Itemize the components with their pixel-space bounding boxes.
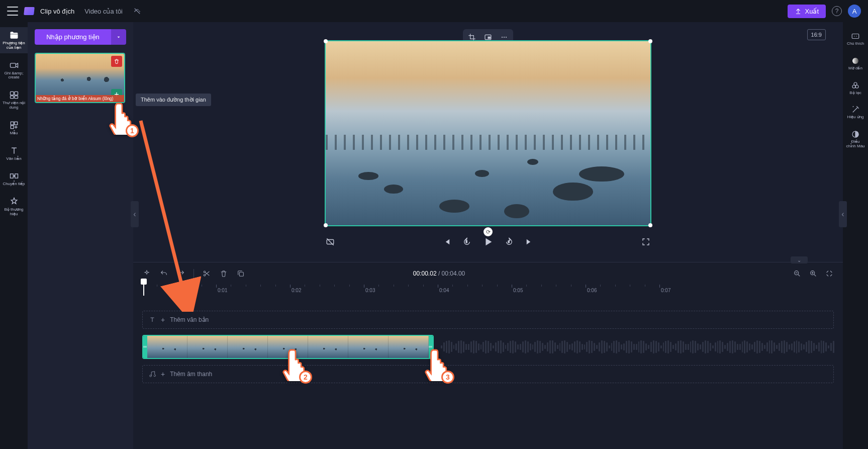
svg-rect-5: [11, 122, 14, 125]
play-button[interactable]: [481, 235, 495, 248]
fit-button[interactable]: [825, 269, 834, 278]
rnav-label: Hiệu ứng: [847, 115, 863, 120]
zoom-in-icon: [809, 270, 817, 278]
skip-start-button[interactable]: [441, 236, 452, 247]
skip-start-icon: [442, 237, 451, 246]
skip-end-button[interactable]: [524, 236, 535, 247]
clip-left-handle[interactable]: ||: [143, 336, 147, 358]
expand-right-panel-button[interactable]: ‹: [839, 201, 847, 227]
nav-record-create[interactable]: Ghi &amp; create: [0, 57, 28, 83]
svg-rect-23: [852, 34, 859, 39]
zoom-out-button[interactable]: [793, 269, 802, 278]
timecode: 00:00.02 / 00:04.00: [413, 270, 465, 277]
svg-rect-0: [10, 63, 16, 67]
add-text-label: Thêm văn bản: [170, 316, 209, 323]
collapse-panel-button[interactable]: ‹: [131, 201, 139, 227]
trash-icon: [220, 270, 228, 278]
nav-label: Chuyển tiếp: [3, 182, 25, 187]
selection-handle[interactable]: [648, 39, 652, 43]
nav-your-media[interactable]: Phương tiện của bạn: [0, 27, 28, 53]
nav-brand-kit[interactable]: Bộ thương hiệu: [0, 194, 28, 220]
clip-right-handle[interactable]: ||: [429, 336, 433, 358]
rnav-adjust-color[interactable]: Điều chỉnh Màu: [843, 127, 868, 151]
forward-icon: 5: [505, 237, 514, 246]
export-button[interactable]: Xuất: [788, 5, 826, 18]
selection-handle[interactable]: [648, 223, 652, 227]
video-track: || ||: [142, 335, 834, 359]
rnav-label: Điều chỉnh Màu: [846, 140, 864, 149]
export-label: Xuất: [805, 8, 819, 15]
auto-button[interactable]: [142, 269, 151, 278]
rnav-effects[interactable]: Hiệu ứng: [843, 103, 868, 122]
back-5-button[interactable]: 5: [461, 236, 472, 247]
timeline-toolbar: 00:00.02 / 00:04.00: [133, 262, 843, 285]
playhead[interactable]: [143, 285, 144, 296]
split-button[interactable]: [202, 269, 211, 278]
delete-clip-button[interactable]: [219, 269, 228, 278]
fullscreen-button[interactable]: [640, 236, 651, 247]
forward-5-button[interactable]: 5: [504, 236, 515, 247]
svg-rect-2: [14, 92, 18, 96]
nav-templates[interactable]: Mẫu: [0, 117, 28, 139]
waveform-placeholder: [441, 335, 834, 359]
thumbnail-caption: Những tảng đá ở bờ biển Aksum (lõng): [36, 95, 124, 102]
video-clip[interactable]: || ||: [142, 335, 434, 359]
help-button[interactable]: ?: [832, 6, 842, 16]
rnav-label: Mờ dần: [848, 66, 862, 71]
preview-canvas[interactable]: ⟳: [325, 40, 651, 226]
zoom-out-icon: [793, 270, 801, 278]
preview-content: [326, 119, 650, 225]
import-media-button[interactable]: Nhập phương tiện: [35, 29, 111, 45]
top-bar: Clip vô địch Video của tôi Xuất ? A: [0, 0, 868, 22]
rnav-fade[interactable]: Mờ dần: [843, 54, 868, 73]
audio-track[interactable]: + Thêm âm thanh: [142, 365, 834, 383]
rnav-filters[interactable]: Bộ lọc: [843, 78, 868, 98]
text-track[interactable]: + Thêm văn bản: [142, 311, 834, 329]
svg-rect-6: [14, 122, 17, 125]
templates-icon: [9, 120, 19, 130]
svg-rect-11: [488, 37, 491, 38]
zoom-in-button[interactable]: [809, 269, 818, 278]
redo-button[interactable]: [176, 269, 185, 278]
rnav-captions[interactable]: Chú thích: [843, 29, 868, 49]
nav-label: Phương tiện của bạn: [0, 41, 28, 50]
nav-text[interactable]: Văn bản: [0, 143, 28, 164]
avatar[interactable]: A: [848, 5, 861, 18]
cloud-off-icon: [133, 8, 142, 15]
import-dropdown-button[interactable]: [111, 29, 126, 45]
rnav-label: Chú thích: [847, 42, 864, 46]
aspect-ratio-button[interactable]: 16:9: [807, 29, 826, 40]
add-audio-label: Thêm âm thanh: [170, 371, 212, 378]
collapse-timeline-button[interactable]: ⌄: [791, 256, 808, 263]
duplicate-button[interactable]: [236, 269, 245, 278]
menu-button[interactable]: [7, 7, 18, 16]
fit-icon: [825, 270, 833, 278]
redo-icon: [177, 270, 185, 278]
timeline-ruler[interactable]: 0:010:020:030:040:050:060:07: [142, 285, 834, 296]
svg-point-12: [502, 37, 503, 38]
music-icon: [149, 371, 156, 378]
my-video-tab[interactable]: Video của tôi: [80, 6, 127, 17]
transitions-icon: [9, 171, 19, 181]
fullscreen-icon: [641, 237, 650, 246]
nav-label: Bộ thương hiệu: [0, 208, 28, 217]
selection-handle[interactable]: [324, 39, 328, 43]
nav-content-library[interactable]: Thư viện nội dung: [0, 87, 28, 113]
hide-preview-button[interactable]: [325, 236, 336, 247]
project-title[interactable]: Clip vô địch: [40, 8, 74, 15]
svg-rect-3: [10, 96, 14, 99]
filters-icon: [851, 81, 860, 90]
nav-label: Văn bản: [6, 157, 21, 161]
camera-icon: [9, 60, 19, 70]
timeline-tracks: + Thêm văn bản || || + Th: [142, 296, 834, 449]
nav-transitions[interactable]: Chuyển tiếp: [0, 168, 28, 190]
media-thumbnail[interactable]: + Những tảng đá ở bờ biển Aksum (lõng): [35, 53, 125, 103]
selection-handle[interactable]: [324, 223, 328, 227]
play-icon: [483, 236, 494, 247]
svg-rect-7: [11, 126, 14, 129]
left-nav: Phương tiện của bạn Ghi &amp; create Thư…: [0, 22, 28, 449]
rnav-label: Bộ lọc: [849, 91, 861, 96]
delete-media-button[interactable]: [111, 56, 122, 67]
chevron-down-icon: [116, 35, 121, 40]
undo-button[interactable]: [159, 269, 168, 278]
